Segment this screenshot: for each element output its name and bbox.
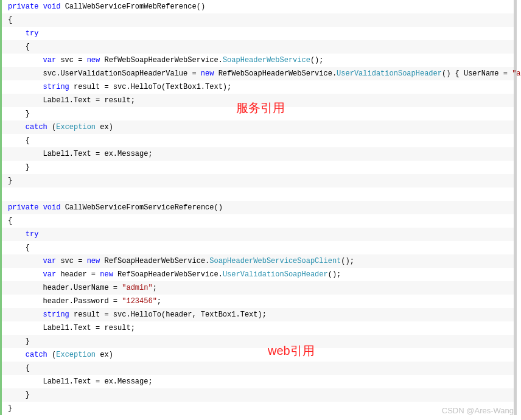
code-line: var svc = new RefSoapHeaderWebService.So… (0, 254, 514, 268)
code-token (38, 201, 43, 214)
code-token (8, 228, 26, 241)
code-token (8, 348, 26, 362)
code-line: header.UserName = "admin"; (0, 281, 514, 295)
code-token: string (43, 308, 69, 321)
code-token: void (43, 0, 61, 13)
code-token: string (43, 80, 69, 94)
code-token: } (8, 388, 30, 402)
code-token: "admin (512, 67, 521, 80)
code-token: RefSoapHeaderWebService. (113, 268, 223, 281)
code-token: SoapHeaderWebService (223, 54, 310, 67)
code-token: UserValidationSoapHeader (337, 67, 442, 80)
code-line: string result = svc.HelloTo(header, Text… (0, 308, 514, 321)
code-token: } (8, 335, 30, 348)
code-token: catch (26, 121, 47, 134)
code-line: } (0, 107, 514, 121)
code-token: "123456" (122, 295, 157, 308)
code-token: RefWebSoapHeaderWebService. (100, 54, 223, 67)
code-token: () { UserName = (442, 67, 512, 80)
code-token: void (43, 201, 61, 214)
code-line: Label1.Text = result; (0, 321, 514, 335)
code-token: result = svc.HelloTo(header, TextBox1.Te… (69, 308, 267, 321)
code-token: RefSoapHeaderWebService. (100, 254, 209, 268)
code-line: var header = new RefSoapHeaderWebService… (0, 268, 514, 281)
code-line: catch (Exception ex) (0, 348, 514, 362)
code-token: } (8, 107, 30, 121)
code-token: { (8, 134, 30, 147)
code-line: Label1.Text = result; (0, 94, 514, 107)
code-token: } (8, 402, 12, 415)
code-token: Label1.Text = ex.Message; (8, 147, 153, 161)
code-token: new (87, 54, 100, 67)
code-token: Exception (56, 348, 96, 362)
code-token: private (8, 201, 38, 214)
code-token (38, 0, 43, 13)
code-token: } (8, 161, 30, 174)
code-token: svc = (56, 254, 86, 268)
code-token: Label1.Text = result; (8, 321, 135, 335)
code-line: { (0, 134, 514, 147)
code-token: header = (56, 268, 100, 281)
code-token: Label1.Text = result; (8, 94, 135, 107)
code-line: { (0, 241, 514, 254)
code-line: var svc = new RefWebSoapHeaderWebService… (0, 54, 514, 67)
code-line: private void CallWebServiceFromServiceRe… (0, 201, 514, 214)
code-line: try (0, 27, 514, 40)
code-block: private void CallWebServiceFromWebRefere… (0, 0, 517, 415)
code-token: ex) (96, 348, 113, 362)
code-line: Label1.Text = ex.Message; (0, 375, 514, 388)
code-token: { (8, 214, 12, 228)
code-token: ( (47, 348, 56, 362)
code-token: result = svc.HelloTo(TextBox1.Text); (69, 80, 231, 94)
code-line: catch (Exception ex) (0, 121, 514, 134)
code-line: { (0, 40, 514, 54)
code-line: { (0, 13, 514, 27)
code-token: RefWebSoapHeaderWebService. (214, 67, 337, 80)
code-token: { (8, 13, 12, 27)
code-token: ex) (96, 121, 113, 134)
code-token: header.UserName = (8, 281, 122, 295)
code-token: try (26, 27, 39, 40)
code-token: { (8, 241, 30, 254)
code-line: private void CallWebServiceFromWebRefere… (0, 0, 514, 13)
code-token: SoapHeaderWebServiceSoapClient (209, 254, 341, 268)
code-token (8, 268, 43, 281)
code-token: "admin" (122, 281, 152, 295)
code-line: } (0, 174, 514, 187)
code-token: ( (47, 121, 56, 134)
code-line: } (0, 402, 514, 415)
code-token: (); (328, 268, 341, 281)
code-token: private (8, 0, 38, 13)
code-token: svc = (56, 54, 86, 67)
code-token: ; (157, 295, 161, 308)
code-line: string result = svc.HelloTo(TextBox1.Tex… (0, 80, 514, 94)
code-line: header.Password = "123456"; (0, 295, 514, 308)
code-token: CallWebServiceFromServiceReference() (60, 201, 222, 214)
code-token: { (8, 362, 30, 375)
code-token: (); (341, 254, 354, 268)
code-token (8, 80, 43, 94)
code-line (0, 187, 514, 201)
code-token: Label1.Text = ex.Message; (8, 375, 153, 388)
code-token: Exception (56, 121, 96, 134)
code-token: ; (153, 281, 157, 295)
code-token: { (8, 40, 30, 54)
code-token: var (43, 268, 57, 281)
code-line: } (0, 388, 514, 402)
code-line: { (0, 362, 514, 375)
code-line: svc.UserValidationSoapHeaderValue = new … (0, 67, 514, 80)
code-token: new (100, 268, 113, 281)
code-token: var (43, 254, 57, 268)
code-token: UserValidationSoapHeader (223, 268, 328, 281)
code-line: Label1.Text = ex.Message; (0, 147, 514, 161)
code-line: } (0, 335, 514, 348)
code-line: { (0, 214, 514, 228)
code-token (8, 121, 26, 134)
code-line: try (0, 228, 514, 241)
code-token: var (43, 54, 57, 67)
code-token: svc.UserValidationSoapHeaderValue = (8, 67, 201, 80)
code-token (8, 27, 26, 40)
code-token: CallWebServiceFromWebReference() (60, 0, 205, 13)
code-line: } (0, 161, 514, 174)
code-token (8, 254, 43, 268)
